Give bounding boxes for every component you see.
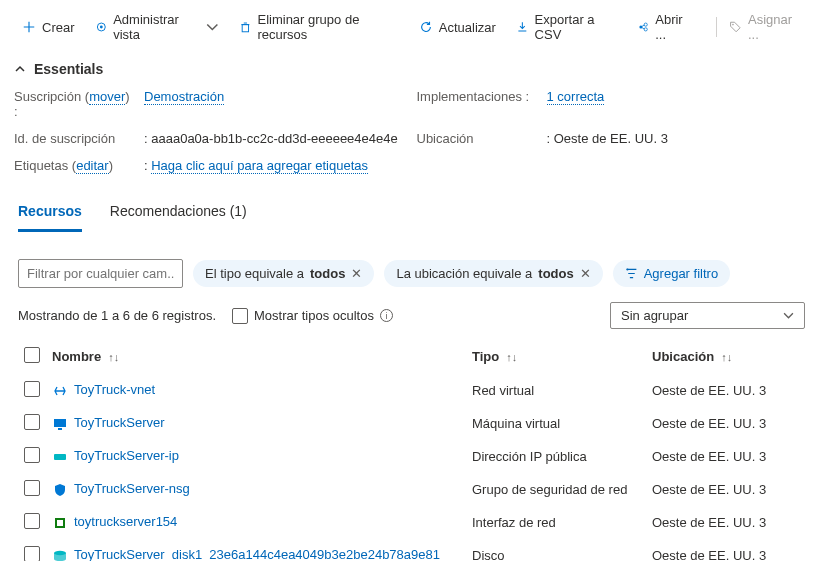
svg-point-7 xyxy=(626,268,628,270)
resource-link[interactable]: toytruckserver154 xyxy=(74,514,177,529)
group-by-select[interactable]: Sin agrupar xyxy=(610,302,805,329)
table-row: ToyTruckServer-nsg Grupo de seguridad de… xyxy=(18,473,805,506)
resource-type: Grupo de seguridad de red xyxy=(466,473,646,506)
tag-icon xyxy=(729,20,742,34)
resource-type: Red virtual xyxy=(466,374,646,407)
svg-point-1 xyxy=(99,26,102,29)
close-icon[interactable]: ✕ xyxy=(580,266,591,281)
move-link[interactable]: mover xyxy=(89,89,125,105)
svg-rect-2 xyxy=(242,25,248,32)
svg-rect-9 xyxy=(58,428,62,430)
resource-icon xyxy=(52,548,68,561)
close-icon[interactable]: ✕ xyxy=(351,266,362,281)
resource-link[interactable]: ToyTruckServer_disk1_23e6a144c4ea4049b3e… xyxy=(74,547,440,561)
select-all-checkbox[interactable] xyxy=(24,347,40,363)
add-filter-button[interactable]: Agregar filtro xyxy=(613,260,730,287)
resource-link[interactable]: ToyTruckServer xyxy=(74,415,165,430)
assign-label: Asignar ... xyxy=(748,12,801,42)
svg-point-5 xyxy=(644,28,647,31)
resource-icon xyxy=(52,416,68,432)
deployments-link[interactable]: 1 correcta xyxy=(547,89,605,105)
subscription-id-label: Id. de suscripción xyxy=(14,131,134,146)
resource-link[interactable]: ToyTruck-vnet xyxy=(74,382,155,397)
resource-icon xyxy=(52,383,68,399)
resource-type: Máquina virtual xyxy=(466,407,646,440)
refresh-label: Actualizar xyxy=(439,20,496,35)
resource-location: Oeste de EE. UU. 3 xyxy=(646,440,805,473)
resources-table: Nombre ↑↓ Tipo ↑↓ Ubicación ↑↓ ToyTruck-… xyxy=(18,339,805,561)
gear-icon xyxy=(95,20,108,34)
export-csv-button[interactable]: Exportar a CSV xyxy=(508,8,625,46)
trash-icon xyxy=(239,20,252,34)
resource-link[interactable]: ToyTruckServer-nsg xyxy=(74,481,190,496)
filter-bar: El tipo equivale a todos ✕ La ubicación … xyxy=(0,233,823,298)
resource-location: Oeste de EE. UU. 3 xyxy=(646,506,805,539)
svg-rect-12 xyxy=(57,520,63,526)
table-row: ToyTruckServer_disk1_23e6a144c4ea4049b3e… xyxy=(18,539,805,561)
filter-input[interactable] xyxy=(18,259,183,288)
info-icon[interactable]: i xyxy=(380,309,393,322)
tab-resources[interactable]: Recursos xyxy=(18,203,82,232)
svg-rect-10 xyxy=(54,454,66,460)
open-icon xyxy=(637,20,650,34)
chevron-down-icon xyxy=(783,310,794,321)
resource-type: Dirección IP pública xyxy=(466,440,646,473)
resource-type: Disco xyxy=(466,539,646,561)
delete-group-label: Eliminar grupo de recursos xyxy=(257,12,398,42)
list-meta: Mostrando de 1 a 6 de 6 registros. Mostr… xyxy=(0,298,823,339)
sort-icon: ↑↓ xyxy=(105,351,119,363)
resource-location: Oeste de EE. UU. 3 xyxy=(646,407,805,440)
chevron-down-icon xyxy=(206,20,219,34)
resource-location: Oeste de EE. UU. 3 xyxy=(646,539,805,561)
sort-icon: ↑↓ xyxy=(503,351,517,363)
table-row: toytruckserver154 Interfaz de red Oeste … xyxy=(18,506,805,539)
manage-view-label: Administrar vista xyxy=(113,12,200,42)
subscription-link[interactable]: Demostración xyxy=(144,89,224,105)
create-button[interactable]: Crear xyxy=(14,16,83,39)
col-name[interactable]: Nombre ↑↓ xyxy=(46,339,466,374)
add-tags-link[interactable]: Haga clic aquí para agregar etiquetas xyxy=(151,158,368,174)
chevron-up-icon xyxy=(14,63,26,75)
row-checkbox[interactable] xyxy=(24,381,40,397)
edit-tags-link[interactable]: editar xyxy=(76,158,109,174)
divider xyxy=(716,17,717,37)
download-icon xyxy=(516,20,529,34)
essentials-toggle[interactable]: Essentials xyxy=(0,55,823,83)
command-bar: Crear Administrar vista Eliminar grupo d… xyxy=(0,0,823,55)
resource-link[interactable]: ToyTruckServer-ip xyxy=(74,448,179,463)
resource-icon xyxy=(52,482,68,498)
col-location[interactable]: Ubicación ↑↓ xyxy=(646,339,805,374)
refresh-icon xyxy=(419,20,433,34)
filter-icon xyxy=(625,267,638,280)
location-label: Ubicación xyxy=(417,131,537,146)
resource-location: Oeste de EE. UU. 3 xyxy=(646,473,805,506)
location-value: : Oeste de EE. UU. 3 xyxy=(547,131,810,146)
row-checkbox[interactable] xyxy=(24,447,40,463)
subscription-id-value: : aaaa0a0a-bb1b-cc2c-dd3d-eeeeee4e4e4e xyxy=(144,131,407,146)
row-checkbox[interactable] xyxy=(24,546,40,561)
resource-icon xyxy=(52,515,68,531)
show-hidden-checkbox[interactable] xyxy=(232,308,248,324)
row-checkbox[interactable] xyxy=(24,414,40,430)
plus-icon xyxy=(22,20,36,34)
export-label: Exportar a CSV xyxy=(535,12,617,42)
type-filter-pill[interactable]: El tipo equivale a todos ✕ xyxy=(193,260,374,287)
manage-view-button[interactable]: Administrar vista xyxy=(87,8,227,46)
row-checkbox[interactable] xyxy=(24,513,40,529)
refresh-button[interactable]: Actualizar xyxy=(411,16,504,39)
table-row: ToyTruck-vnet Red virtual Oeste de EE. U… xyxy=(18,374,805,407)
location-filter-pill[interactable]: La ubicación equivale a todos ✕ xyxy=(384,260,602,287)
svg-point-6 xyxy=(732,24,734,26)
create-label: Crear xyxy=(42,20,75,35)
row-checkbox[interactable] xyxy=(24,480,40,496)
delete-group-button[interactable]: Eliminar grupo de recursos xyxy=(231,8,407,46)
assign-button: Asignar ... xyxy=(721,8,809,46)
col-type[interactable]: Tipo ↑↓ xyxy=(466,339,646,374)
resource-icon xyxy=(52,449,68,465)
svg-point-4 xyxy=(644,23,647,26)
show-hidden-label: Mostrar tipos ocultos xyxy=(254,308,374,323)
record-count: Mostrando de 1 a 6 de 6 registros. xyxy=(18,308,216,323)
deployments-label: Implementaciones : xyxy=(417,89,537,119)
tab-recommendations[interactable]: Recomendaciones (1) xyxy=(110,203,247,232)
open-button[interactable]: Abrir ... xyxy=(629,8,702,46)
